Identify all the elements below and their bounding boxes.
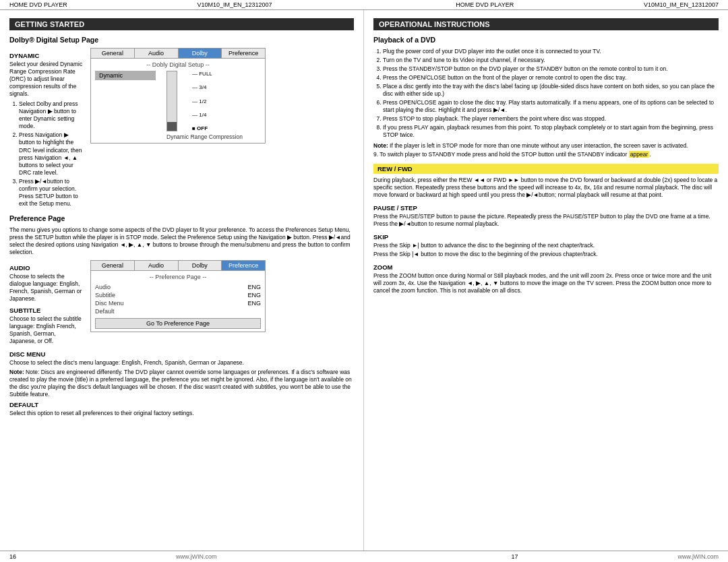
right-section-title: OPERATIONAL INSTRUCTIONS — [373, 18, 719, 30]
subtitle-heading: SUBTITLE — [9, 307, 84, 314]
bar-fill — [167, 122, 177, 131]
pause-step-heading: PAUSE / STEP — [373, 204, 719, 212]
bar-and-labels: — FULL — 3/4 — 1/2 — 1/4 ■ OFF — [166, 71, 212, 131]
disc-menu-text: Choose to select the disc's menu languag… — [9, 359, 354, 367]
pref-row-default: Default — [95, 307, 261, 315]
playback-step-4: Press the OPEN/CLOSE button on the front… — [383, 74, 719, 82]
playback-step-6: Press OPEN/CLOSE again to close the disc… — [383, 99, 719, 114]
dolby-step-1: Select Dolby and press Navigation ▶ butt… — [19, 100, 84, 130]
pause-step-text: Press the PAUSE/STEP button to pause the… — [373, 213, 719, 228]
header-right-model: V10M10_IM_EN_12312007 — [644, 1, 719, 8]
rew-fwd-heading: REW / FWD — [373, 164, 719, 174]
left-section-title: GETTING STARTED — [9, 18, 354, 30]
dynamic-label: Dynamic — [95, 71, 156, 80]
skip-heading: SKIP — [373, 233, 719, 241]
dolby-right-col: General Audio Dolby Preference -- Dobly … — [90, 48, 354, 210]
bar-label-row: — FULL — 3/4 — 1/2 — 1/4 ■ OFF — [192, 71, 212, 131]
header-left-model: V10M10_IM_EN_12312007 — [198, 1, 272, 8]
subtitle-text: Choose to select the subtitle language: … — [9, 315, 84, 345]
drc-label: Dynamic Range Compression — [166, 133, 243, 140]
pref-row-disc-menu: Disc Menu ENG — [95, 299, 261, 307]
level-bar-track — [166, 71, 177, 131]
pref-row-audio: Audio ENG — [95, 283, 261, 291]
dolby-setup-visual: Dynamic — FULL — 3/4 — 1/2 — [95, 71, 261, 140]
header-left-title: HOME DVD PLAYER — [9, 1, 67, 8]
dynamic-block: Dynamic — [95, 71, 156, 140]
dolby-steps: Select Dolby and press Navigation ▶ butt… — [9, 100, 84, 208]
level-1-4: — 1/4 — [192, 112, 212, 118]
zoom-heading: ZOOM — [373, 263, 719, 271]
playback-step-5: Place a disc gently into the tray with t… — [383, 83, 719, 98]
appear-highlight: appear — [629, 151, 649, 158]
tab-preference[interactable]: Preference — [222, 49, 265, 58]
dolby-step-3: Press ▶/◄button to confirm your selectio… — [19, 178, 84, 208]
footer-left-url: www.jWIN.com — [176, 553, 217, 560]
audio-text: Choose to selects the dialogue language:… — [9, 273, 84, 303]
dolby-section-title: Dolby® Digital Setup Page — [9, 36, 354, 44]
page-header: HOME DVD PLAYER V10M10_IM_EN_12312007 HO… — [0, 0, 728, 10]
dolby-left-col: DYNAMIC Select your desired Dynamic Rang… — [9, 48, 84, 210]
level-3-4: — 3/4 — [192, 84, 212, 90]
pref-subtitle-label: Subtitle — [95, 292, 115, 299]
dolby-section-content: DYNAMIC Select your desired Dynamic Rang… — [9, 48, 354, 210]
pref-subtitle-value: ENG — [247, 292, 261, 299]
pref-default-label: Default — [95, 308, 115, 315]
playback-step-8: If you press PLAY again, playback resume… — [383, 124, 719, 139]
footer-right-page: 17 — [511, 553, 518, 560]
preference-right-col: General Audio Dolby Preference -- Prefer… — [90, 260, 354, 346]
disc-menu-note: Note: Note: Discs are engineered differe… — [9, 369, 354, 398]
playback-step-3: Press the STANDBY/STOP button on the DVD… — [383, 65, 719, 73]
default-text: Select this option to reset all preferen… — [9, 410, 354, 417]
footer-right-url: www.jWIN.com — [677, 553, 719, 560]
playback-step-2: Turn on the TV and tune to its Video inp… — [383, 57, 719, 64]
disc-menu-section: DISC MENU Choose to select the disc's me… — [9, 350, 354, 416]
header-right-title: HOME DVD PLAYER — [456, 1, 514, 8]
pref-tab-general[interactable]: General — [91, 261, 135, 270]
pref-tab-preference[interactable]: Preference — [222, 261, 265, 270]
rew-fwd-text: During playback, press either the REW ◄◄… — [373, 177, 719, 199]
playback-step-7: Press STOP to stop playback. The player … — [383, 115, 719, 123]
disc-menu-heading: DISC MENU — [9, 350, 354, 358]
left-page: GETTING STARTED Dolby® Digital Setup Pag… — [0, 10, 364, 551]
level-full: — FULL — [192, 71, 212, 77]
dynamic-text: Select your desired Dynamic Range Compre… — [9, 61, 84, 98]
pref-tab-dolby[interactable]: Dolby — [179, 261, 222, 270]
skip-text-2: Press the Skip |◄ button to move the dis… — [373, 251, 719, 258]
pref-tab-content: -- Preference Page -- Audio ENG Subtitle… — [90, 270, 266, 332]
page-footer: 16 www.jWIN.com 17 www.jWIN.com — [0, 551, 728, 562]
pref-audio-value: ENG — [247, 284, 261, 290]
level-1-2: — 1/2 — [192, 98, 212, 104]
pref-tab-audio[interactable]: Audio — [135, 261, 179, 270]
bar-visual-block: — FULL — 3/4 — 1/2 — 1/4 ■ OFF Dynamic R… — [166, 71, 243, 140]
playback-steps: Plug the power cord of your DVD player i… — [373, 48, 719, 139]
preference-section-title: Preference Page — [9, 214, 354, 222]
playback-title: Playback of a DVD — [373, 36, 719, 44]
dolby-tab-row: General Audio Dolby Preference — [90, 48, 266, 58]
playback-note: Note: If the player is left in STOP mode… — [373, 142, 719, 150]
dolby-step-2: Press Navigation ▶ button to highlight t… — [19, 131, 84, 176]
skip-text-1: Press the Skip ►| button to advance the … — [373, 242, 719, 249]
tab-dolby[interactable]: Dolby — [179, 49, 222, 58]
playback-step-1: Plug the power cord of your DVD player i… — [383, 48, 719, 55]
pref-disc-menu-label: Disc Menu — [95, 300, 124, 307]
dynamic-heading: DYNAMIC — [9, 52, 84, 59]
playback-step-9: 9. To switch player to STANDBY mode pres… — [373, 151, 719, 158]
pref-rows-container: Audio ENG Subtitle ENG Disc Menu ENG D — [95, 283, 261, 315]
goto-preference-btn[interactable]: Go To Preference Page — [95, 318, 261, 329]
level-off: ■ OFF — [192, 125, 212, 131]
tab-audio[interactable]: Audio — [135, 49, 179, 58]
pref-tab-row: General Audio Dolby Preference — [90, 260, 266, 270]
audio-heading: AUDIO — [9, 264, 84, 272]
tab-general[interactable]: General — [91, 49, 135, 58]
footer-left-page: 16 — [9, 553, 16, 560]
preference-left-col: AUDIO Choose to selects the dialogue lan… — [9, 260, 84, 346]
pref-row-subtitle: Subtitle ENG — [95, 291, 261, 299]
dolby-setup-title: -- Dobly Digital Setup -- — [95, 61, 261, 68]
pref-page-title: -- Preference Page -- — [95, 274, 261, 280]
preference-intro: The menu gives you options to change som… — [9, 226, 354, 256]
dolby-tab-content: -- Dobly Digital Setup -- Dynamic — [90, 58, 266, 144]
preference-section-content: AUDIO Choose to selects the dialogue lan… — [9, 260, 354, 346]
pref-disc-menu-value: ENG — [247, 300, 261, 307]
zoom-text: Press the ZOOM button once during Normal… — [373, 272, 719, 294]
right-page: OPERATIONAL INSTRUCTIONS Playback of a D… — [364, 10, 728, 551]
